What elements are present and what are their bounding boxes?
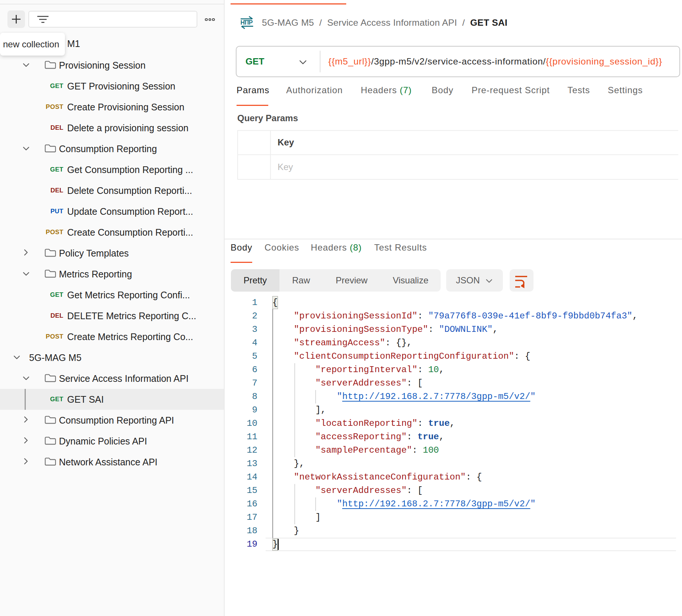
svg-text:HTTP: HTTP (241, 19, 253, 26)
